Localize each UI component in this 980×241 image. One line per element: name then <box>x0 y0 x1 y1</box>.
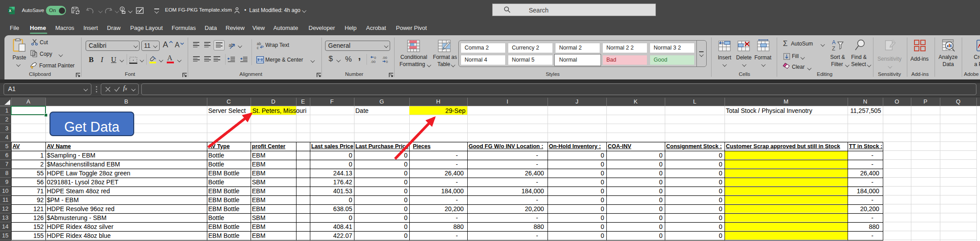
svg-text:X: X <box>9 8 12 13</box>
svg-text:Z: Z <box>832 46 835 52</box>
svg-text:A: A <box>832 39 836 46</box>
svg-text:0: 0 <box>386 60 388 64</box>
svg-text:.00: .00 <box>371 60 376 64</box>
